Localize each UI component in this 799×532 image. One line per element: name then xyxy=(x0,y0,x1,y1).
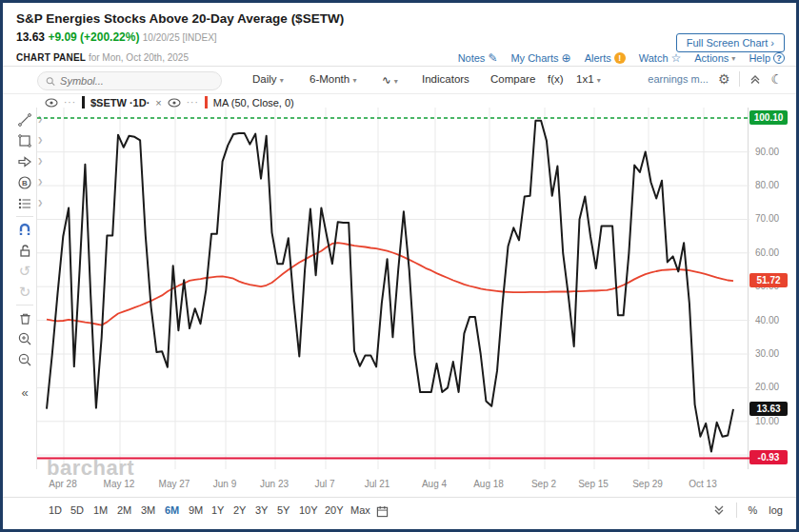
collapse-up-icon[interactable] xyxy=(749,73,761,85)
zoom-out-tool[interactable] xyxy=(12,349,37,370)
indicators-menu[interactable]: Indicators xyxy=(422,73,469,85)
series-menu-icon[interactable]: ··· xyxy=(64,97,76,108)
alerts-link[interactable]: Alerts! xyxy=(585,52,626,64)
period-max[interactable]: Max xyxy=(350,504,370,516)
help-link[interactable]: Help? xyxy=(749,52,785,64)
barchart-watermark: barchart xyxy=(47,456,134,481)
bottom-toolbar: 1D 5D 1M 2M 3M 6M 9M 1Y 2Y 3Y 5Y 10Y 20Y… xyxy=(3,497,796,529)
series1-label[interactable]: $SETW ·1D· xyxy=(90,97,150,108)
y-tick-label: 70.00 xyxy=(755,213,779,224)
star-icon: ☆ xyxy=(671,51,682,65)
watch-link[interactable]: Watch☆ xyxy=(639,51,682,65)
period-1d[interactable]: 1D xyxy=(49,504,62,516)
series2-menu-icon[interactable]: ··· xyxy=(187,97,199,108)
period-menu[interactable]: Daily ▾ xyxy=(252,73,284,85)
redo-icon[interactable]: ↻ xyxy=(12,282,37,303)
panel-row: CHART PANEL for Mon, Oct 20th, 2025 xyxy=(16,52,189,63)
x-axis[interactable]: Apr 28May 12May 27Jun 9Jun 23Jul 7Jul 21… xyxy=(36,479,749,492)
scale-divider xyxy=(736,502,737,518)
eye-icon-2[interactable] xyxy=(168,98,181,108)
trendline-tool[interactable]: ❯ xyxy=(12,109,37,130)
period-1m[interactable]: 1M xyxy=(93,504,108,516)
period-10y[interactable]: 10Y xyxy=(299,504,318,516)
period-3m[interactable]: 3M xyxy=(141,504,155,516)
compare-menu[interactable]: Compare xyxy=(490,73,535,85)
x-tick-label: Sep 2 xyxy=(531,479,556,489)
shape-tool[interactable]: ❯ xyxy=(12,130,37,151)
percent-scale-toggle[interactable]: % xyxy=(749,504,758,516)
x-tick-label: May 27 xyxy=(159,479,190,489)
period-2y[interactable]: 2Y xyxy=(233,504,246,516)
header-links: Notes✎ My Charts⊕ Alerts! Watch☆ Actions… xyxy=(458,51,785,65)
calendar-icon[interactable] xyxy=(376,505,389,518)
zoom-in-tool[interactable] xyxy=(12,328,37,349)
period-20y[interactable]: 20Y xyxy=(325,504,344,516)
arrow-tool[interactable]: ❯ xyxy=(12,151,37,172)
y-tick-label: 40.00 xyxy=(755,315,779,325)
period-2m[interactable]: 2M xyxy=(117,504,131,516)
quote-date: 10/20/25 [INDEX] xyxy=(143,32,217,43)
actions-link[interactable]: Actions▾ xyxy=(694,52,735,64)
page-title: S&P Energies Stocks Above 20-Day Average… xyxy=(16,11,344,26)
y-tick-label: 60.00 xyxy=(755,247,779,258)
price-badge: 100.10 xyxy=(749,110,788,125)
chart-panel-window: S&P Energies Stocks Above 20-Day Average… xyxy=(0,0,799,532)
help-icon: ? xyxy=(773,52,785,64)
drawing-tools-sidebar: ❯ ❯ ❯ B❯ ❯ ↺ ↻ « xyxy=(12,109,37,400)
symbol-input[interactable] xyxy=(60,75,213,87)
delete-drawings-tool[interactable] xyxy=(12,307,37,328)
scale-controls: % log xyxy=(713,502,783,518)
lock-tool[interactable] xyxy=(12,240,37,261)
search-icon xyxy=(46,76,55,87)
earnings-toggle[interactable]: earnings m... xyxy=(648,73,709,85)
series2-label[interactable]: MA (50, Close, 0) xyxy=(213,97,294,108)
toolbar-right: earnings m... ⚙ ☾ xyxy=(648,71,783,87)
grid-layout-menu[interactable]: 1x1 ▾ xyxy=(576,73,601,85)
my-charts-link[interactable]: My Charts⊕ xyxy=(510,51,570,65)
series2-color-bar xyxy=(205,96,208,108)
tools-divider xyxy=(16,216,33,217)
period-5y[interactable]: 5Y xyxy=(277,504,290,516)
symbol-search[interactable] xyxy=(37,71,222,90)
dark-mode-moon-icon[interactable]: ☾ xyxy=(770,71,783,87)
notes-link[interactable]: Notes✎ xyxy=(458,51,498,65)
period-6m[interactable]: 6M xyxy=(165,504,179,516)
period-1y[interactable]: 1Y xyxy=(211,504,224,516)
collapse-sidebar-icon[interactable]: « xyxy=(21,385,28,400)
undo-icon[interactable]: ↺ xyxy=(12,261,37,282)
gear-icon[interactable]: ⚙ xyxy=(718,71,730,87)
price-badge: 13.63 xyxy=(749,402,788,416)
wave-icon: ∿ xyxy=(382,74,391,86)
alert-icon: ! xyxy=(614,52,626,64)
chart-legend: ··· $SETW ·1D· × ··· MA (50, Close, 0) xyxy=(45,96,294,108)
price-change: +9.09 (+200.22%) xyxy=(48,30,139,44)
y-tick-label: 90.00 xyxy=(755,147,779,157)
x-tick-label: Oct 13 xyxy=(689,479,716,489)
x-tick-label: Jun 23 xyxy=(260,479,289,489)
series1-color-bar xyxy=(82,96,85,108)
price-badge: -0.93 xyxy=(749,450,788,464)
fx-menu[interactable]: f(x) xyxy=(548,73,564,85)
tools-divider-2 xyxy=(16,305,33,305)
y-axis[interactable]: 90.0080.0070.0060.0050.0040.0030.0020.00… xyxy=(749,108,799,469)
period-3y[interactable]: 3Y xyxy=(255,504,268,516)
chart-type-menu[interactable]: ∿ ▾ xyxy=(382,73,398,87)
measure-tool[interactable]: ❯ xyxy=(12,193,37,214)
price-chart[interactable] xyxy=(37,108,749,469)
period-9m[interactable]: 9M xyxy=(189,504,203,516)
range-menu[interactable]: 6-Month ▾ xyxy=(310,73,356,85)
log-scale-toggle[interactable]: log xyxy=(769,504,783,516)
fullscreen-chart-button[interactable]: Full Screen Chart › xyxy=(676,33,785,52)
y-tick-label: 30.00 xyxy=(755,348,779,359)
chart-toolbar: Daily ▾ 6-Month ▾ ∿ ▾ Indicators Compare… xyxy=(3,67,796,94)
magnet-tool[interactable] xyxy=(12,219,37,240)
x-tick-label: Jun 9 xyxy=(213,479,236,489)
annotation-tool[interactable]: B❯ xyxy=(12,172,37,193)
period-5d[interactable]: 5D xyxy=(70,504,84,516)
x-tick-label: Aug 18 xyxy=(473,479,504,489)
eye-icon[interactable] xyxy=(45,98,58,108)
pencil-icon: ✎ xyxy=(488,51,497,65)
remove-series-icon[interactable]: × xyxy=(155,97,161,108)
chart-plot-area[interactable]: barchart xyxy=(36,108,749,469)
collapse-down-icon[interactable] xyxy=(713,504,725,516)
